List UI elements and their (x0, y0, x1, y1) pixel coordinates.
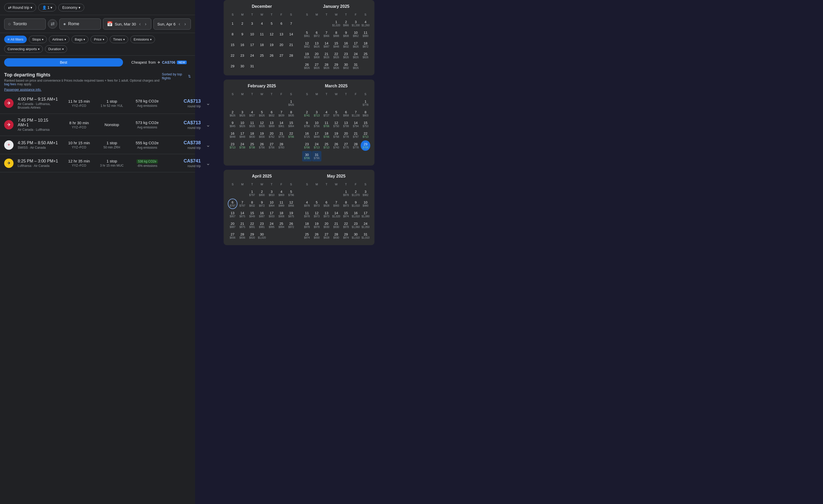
sorted-by-button[interactable]: Sorted by top flights ⇅ (162, 72, 191, 80)
all-filters-button[interactable]: ≡ All filters (4, 36, 27, 43)
calendar-day[interactable]: 4$869 (277, 188, 286, 198)
calendar-day[interactable]: 23$826 (341, 50, 351, 60)
airlines-filter-button[interactable]: Airlines ▾ (49, 36, 69, 43)
calendar-day[interactable]: 28 (286, 50, 296, 60)
calendar-day[interactable]: 18$830 (247, 130, 257, 140)
calendar-day[interactable]: 5$826 (257, 108, 267, 119)
calendar-day[interactable]: 21 (286, 39, 296, 50)
calendar-day[interactable]: 23$713 (228, 141, 237, 151)
calendar-day[interactable]: 25$738 (247, 141, 257, 151)
flight-card[interactable]: ✈ 8:25 PM – 3:00 PM+1 Lufthansa · Air Ca… (0, 154, 195, 172)
calendar-day[interactable]: 5$778 (332, 108, 341, 119)
calendar-day[interactable]: 6$972 (312, 29, 322, 39)
connecting-airports-filter-button[interactable]: Connecting airports ▾ (4, 45, 43, 53)
calendar-day[interactable]: 6$797 (228, 199, 237, 209)
calendar-day[interactable]: 15$753 (361, 119, 370, 130)
calendar-day[interactable]: 10$862 (351, 29, 361, 39)
calendar-day[interactable]: 26$972 (286, 220, 296, 230)
calendar-day[interactable]: 12$852 (302, 39, 312, 50)
calendar-day[interactable]: 25$713 (322, 141, 331, 151)
calendar-day[interactable]: 30$1,020 (257, 231, 267, 241)
calendar-day[interactable]: 24$826 (351, 50, 361, 60)
calendar-day[interactable]: 29$826 (332, 61, 341, 71)
calendar-day[interactable]: 14$794 (351, 119, 361, 130)
calendar-day[interactable]: 7$1,130 (351, 108, 361, 119)
calendar-day[interactable]: 1$778 (361, 98, 370, 108)
best-sort-button[interactable]: Best (4, 58, 123, 66)
calendar-day[interactable]: 9$872 (257, 199, 267, 209)
calendar-day[interactable]: 8$835 (286, 108, 296, 119)
calendar-day[interactable]: 18$872 (361, 39, 370, 50)
calendar-day[interactable]: 24$995 (267, 220, 277, 230)
calendar-day[interactable]: 2$966 (341, 18, 351, 29)
depart-prev-button[interactable]: ‹ (138, 21, 142, 27)
calendar-day[interactable]: 9$1,010 (351, 199, 361, 209)
calendar-day[interactable]: 17$933 (267, 209, 277, 220)
price-filter-button[interactable]: Price ▾ (91, 36, 108, 43)
calendar-day[interactable]: 13$973 (322, 209, 331, 220)
destination-input[interactable] (68, 22, 97, 26)
calendar-day[interactable]: 13$957 (228, 209, 237, 220)
emissions-filter-button[interactable]: Emissions ▾ (130, 36, 155, 43)
calendar-day[interactable]: 1$797 (247, 188, 257, 198)
calendar-day[interactable]: 3$1,330 (351, 18, 361, 29)
calendar-day[interactable]: 23$1,060 (351, 220, 361, 230)
calendar-day[interactable]: 8$832 (247, 199, 257, 209)
calendar-day[interactable]: 3$810 (267, 188, 277, 198)
calendar-day[interactable]: 26$826 (302, 61, 312, 71)
calendar-day[interactable]: 6$928 (322, 199, 331, 209)
calendar-day[interactable]: 9$845 (228, 119, 237, 130)
calendar-day[interactable]: 7$797 (238, 199, 247, 209)
calendar-day[interactable]: 27$775 (341, 141, 351, 151)
calendar-day[interactable]: 22$826 (332, 50, 341, 60)
calendar-day[interactable]: 29$920 (247, 231, 257, 241)
calendar-day[interactable]: 19$978 (312, 220, 322, 230)
calendar-day[interactable]: 30$832 (341, 61, 351, 71)
calendar-day[interactable]: 20$762 (267, 130, 277, 140)
return-prev-button[interactable]: ‹ (178, 21, 181, 27)
calendar-day[interactable]: 21$826 (322, 50, 331, 60)
calendar-day[interactable]: 11 (257, 29, 267, 39)
calendar-day[interactable]: 12 (267, 29, 277, 39)
calendar-day[interactable]: 5 (267, 18, 277, 29)
calendar-day[interactable]: 11$978 (302, 209, 312, 220)
calendar-day[interactable]: 3 (247, 18, 257, 29)
calendar-day[interactable]: 18$706 (322, 130, 331, 140)
calendar-day[interactable]: 20$808 (312, 50, 322, 60)
calendar-day[interactable]: 1$978 (341, 188, 351, 198)
calendar-day[interactable]: 27 (277, 50, 286, 60)
calendar-day[interactable]: 22 (228, 50, 237, 60)
calendar-day[interactable]: 21$930 (332, 220, 341, 230)
calendar-day[interactable]: 28$930 (332, 231, 341, 241)
origin-input[interactable] (13, 22, 42, 26)
expand-flight-button[interactable]: ⌄ (205, 141, 211, 149)
calendar-day[interactable]: 18$978 (302, 220, 312, 230)
calendar-day[interactable]: 8 (228, 29, 237, 39)
calendar-day[interactable]: 15$849 (247, 209, 257, 220)
calendar-day[interactable]: 17$1,080 (361, 209, 370, 220)
calendar-day[interactable]: 28$778 (351, 141, 361, 151)
calendar-day[interactable]: 24 (247, 50, 257, 60)
calendar-day[interactable]: 29$706 (361, 141, 370, 151)
trip-type-button[interactable]: ⇄ Round trip ▾ (4, 3, 36, 12)
calendar-day[interactable]: 16$1,010 (351, 209, 361, 220)
calendar-day[interactable]: 4$827 (247, 108, 257, 119)
calendar-day[interactable]: 3$713 (312, 108, 322, 119)
calendar-day[interactable]: 22$713 (361, 130, 370, 140)
origin-input-box[interactable]: ○ (4, 18, 46, 30)
flight-card[interactable]: + 4:35 PM – 8:50 AM+1 SWISS · Air Canada… (0, 136, 195, 154)
calendar-day[interactable]: 2$800 (257, 188, 267, 198)
calendar-day[interactable]: 2$826 (228, 108, 237, 119)
calendar-day[interactable]: 12$750 (332, 119, 341, 130)
calendar-day[interactable]: 14$875 (238, 209, 247, 220)
calendar-day[interactable]: 8$803 (361, 108, 370, 119)
swap-button[interactable]: ⇄ (48, 19, 57, 29)
calendar-day[interactable]: 20 (277, 39, 286, 50)
calendar-day[interactable]: 31$826 (351, 61, 361, 71)
calendar-day[interactable]: 13 (277, 29, 286, 39)
calendar-day[interactable]: 12$826 (257, 119, 267, 130)
calendar-day[interactable]: 15$864 (286, 119, 296, 130)
calendar-day[interactable]: 17$848 (238, 130, 247, 140)
calendar-day[interactable]: 22$706 (286, 130, 296, 140)
calendar-day[interactable]: 2$1,070 (351, 188, 361, 198)
